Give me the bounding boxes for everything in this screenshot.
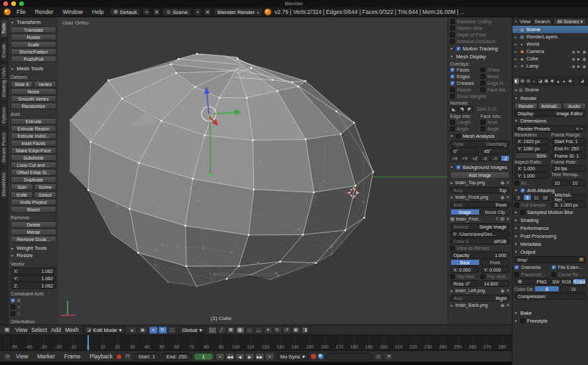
aspect-y-field[interactable]: Y: 1.000	[514, 172, 550, 179]
overlay-checkbox[interactable]: Edge M...	[481, 79, 510, 86]
panel-performance[interactable]: Performance	[514, 224, 586, 232]
add-tool-button[interactable]: Offset Edge Sl...	[11, 169, 56, 176]
shading-option-checkbox[interactable]: Ambient Occlusion	[450, 38, 510, 44]
restrict-toggles[interactable]: ◉ ▶ ▣	[572, 50, 587, 54]
add-scene-button[interactable]: +	[194, 8, 202, 16]
aa-samples-button[interactable]: 11	[532, 194, 540, 201]
add-tool-button[interactable]: Loop Cut and ...	[11, 162, 56, 168]
auto-keyframe-button[interactable]	[311, 354, 316, 359]
freestyle-panel-header[interactable]: Freestyle	[514, 317, 586, 325]
disclosure-icon[interactable]: ►	[514, 57, 518, 61]
loose-edge-normals-toggle[interactable]: ◥	[458, 106, 465, 113]
analysis-axis-button[interactable]: -Y	[491, 155, 500, 162]
close-icon[interactable]: ✕	[506, 180, 510, 185]
add-tool-button[interactable]: Extrude Region	[11, 125, 56, 132]
remap-old-field[interactable]: 10	[552, 180, 569, 186]
menu-render[interactable]: Render	[31, 9, 58, 15]
render-button[interactable]: Render	[514, 103, 538, 109]
shading-option-checkbox[interactable]: Depth of Field	[450, 31, 510, 38]
render-audio-button[interactable]: Audio	[563, 103, 586, 109]
shading-option-checkbox[interactable]: Hidden Wire	[450, 25, 510, 31]
viewport-menu-add[interactable]: Add	[49, 327, 63, 333]
remove-tool-button[interactable]: Remove Doub...	[11, 236, 56, 242]
motion-tracking-panel-header[interactable]: Motion Tracking	[450, 44, 510, 52]
file-extensions-checkbox[interactable]: File Exten...	[552, 264, 587, 270]
fps-field[interactable]: 24 fps	[552, 165, 587, 172]
properties-tab-constraints[interactable]: ▣	[544, 78, 549, 85]
border-checkbox[interactable]: Bo...	[514, 180, 550, 186]
face-info-checkbox[interactable]: Angle	[481, 125, 510, 132]
checkbox-icon[interactable]	[520, 319, 525, 323]
sync-mode-select[interactable]: No Sync▾	[276, 352, 309, 360]
transform-tool-button[interactable]: Translate	[11, 26, 56, 33]
screen-layout-select[interactable]: ▦ Default	[109, 8, 141, 16]
bake-panel-header[interactable]: Bake	[514, 309, 586, 317]
opacity-slider[interactable]: Opacity1.000	[450, 252, 510, 258]
outliner-filter-select[interactable]: All Scenes▾	[554, 18, 586, 25]
edge-info-checkbox[interactable]: Length	[450, 119, 479, 125]
add-tool-button[interactable]: Spin	[11, 183, 33, 190]
add-tool-button[interactable]: Screw	[34, 183, 56, 190]
orientation-select[interactable]: Global ▾	[178, 326, 206, 334]
current-frame-field[interactable]: 1	[194, 353, 213, 360]
add-tool-button[interactable]: Inset Faces	[11, 140, 56, 146]
remove-tool-button[interactable]: Delete	[11, 221, 56, 228]
transform-tool-button[interactable]: Scale	[11, 41, 56, 48]
insert-keyframe-icon[interactable]: ◇	[374, 353, 382, 360]
mesh-display-panel-header[interactable]: Mesh Display	[450, 52, 510, 60]
opengl-render-button[interactable]: ▣	[292, 327, 300, 334]
aspect-x-field[interactable]: X: 1.000	[514, 165, 550, 172]
outliner-item-scene[interactable]: ► ◍ Scene	[512, 26, 588, 33]
bg-axis-select[interactable]: Axis:Top	[450, 187, 510, 193]
color-mode-button[interactable]: RGB	[561, 278, 571, 285]
panel-metadata[interactable]: Metadata	[514, 240, 586, 248]
analysis-axis-button[interactable]: +Z	[470, 155, 479, 162]
placeholders-checkbox[interactable]: Placehold...	[514, 271, 550, 278]
jump-next-keyframe-button[interactable]: ▶▶	[255, 353, 265, 360]
analysis-max-field[interactable]: 45°	[481, 148, 510, 154]
flip-horizontal-checkbox[interactable]: Flip Hori...	[450, 273, 479, 280]
analysis-min-field[interactable]: 0°	[450, 148, 479, 154]
overlay-checkbox[interactable]: Bevel	[481, 73, 510, 79]
overlay-checkbox[interactable]: Faces	[450, 66, 479, 73]
viewport-menu-mesh[interactable]: Mesh	[63, 327, 81, 333]
folder-icon[interactable]: ▤	[579, 257, 583, 262]
mesh-tools-panel-header[interactable]: Mesh Tools	[11, 65, 56, 72]
color-depth-button[interactable]: 8	[534, 286, 560, 292]
tab-shading-uvs[interactable]: Shading / UVs	[1, 64, 8, 101]
colorspace-select[interactable]: Color SsRGB	[450, 238, 510, 244]
active-keying-set-field[interactable]	[325, 353, 372, 360]
outliner-item-camera[interactable]: ► ◆ Camera ◉ ▶ ▣	[512, 48, 588, 55]
image-path-field[interactable]: ◍/Users/greg/Des...	[450, 231, 510, 237]
weight-tools-panel-header[interactable]: Weight Tools	[11, 244, 56, 252]
mesh-analysis-type-select[interactable]: Type:Overhang	[450, 140, 510, 147]
outliner-item-lamp[interactable]: ► ☀ Lamp ◉ ▶ ▣	[512, 62, 588, 70]
add-tool-button[interactable]: Knife Project	[11, 199, 56, 205]
fake-user-button[interactable]: F	[496, 217, 499, 222]
deform-tool-button[interactable]: Noise	[11, 88, 56, 95]
resize-operator-panel-header[interactable]: Resize	[11, 252, 56, 259]
mesh-analysis-panel-header[interactable]: Mesh Analysis	[450, 132, 510, 140]
deform-tool-button[interactable]: Smooth Vertex	[11, 95, 56, 102]
tab-tools[interactable]: Tools	[1, 19, 8, 38]
viewport-menu-view[interactable]: View	[13, 327, 29, 333]
add-tool-button[interactable]: Subdivide	[11, 154, 56, 161]
delete-scene-button[interactable]: ✕	[204, 8, 211, 16]
render-panel-header[interactable]: Render	[514, 94, 586, 102]
proportional-edit-button[interactable]: ○	[245, 327, 254, 334]
transform-tool-button[interactable]: Rotate	[11, 34, 56, 40]
start-frame-field[interactable]: Start Fra: 1	[552, 138, 587, 144]
disclosure-icon[interactable]: ►	[514, 64, 518, 68]
file-format-select[interactable]: ▦PNG	[514, 278, 550, 285]
panel-shading[interactable]: Shading	[514, 216, 586, 224]
view-as-render-checkbox[interactable]: View as Render	[450, 244, 510, 251]
edit-mesh[interactable]	[69, 53, 374, 287]
close-icon[interactable]: ✕	[506, 288, 510, 293]
properties-tab-render-layers[interactable]: ▤	[520, 78, 525, 85]
panel-post-processing[interactable]: Post Processing	[514, 232, 586, 240]
select-mode-edge-button[interactable]: ╱	[217, 327, 226, 334]
deform-tool-button[interactable]: Slide E	[11, 81, 33, 87]
add-tool-button[interactable]: Select	[34, 191, 56, 198]
add-image-button[interactable]: Add Image	[450, 172, 510, 179]
disclosure-icon[interactable]: ►	[514, 35, 518, 39]
